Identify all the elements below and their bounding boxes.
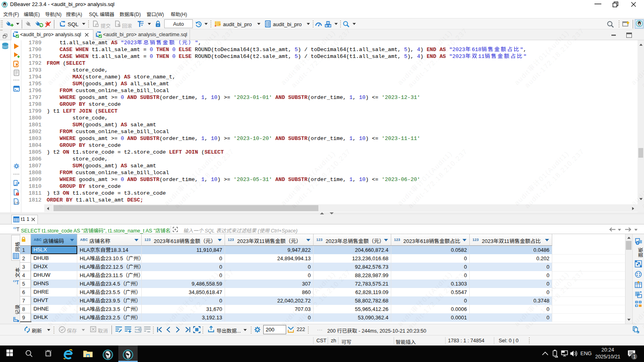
svg-text:(x): (x) bbox=[14, 201, 20, 204]
